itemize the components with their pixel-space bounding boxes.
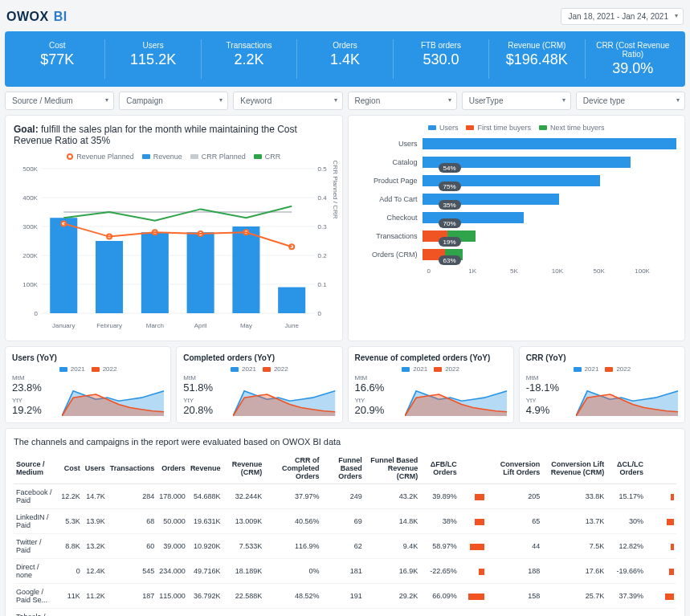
funnel-bar: 75%	[423, 175, 677, 186]
svg-text:300K: 300K	[22, 223, 38, 230]
svg-text:100K: 100K	[22, 281, 38, 288]
yoy-legend: 2021 2022	[12, 365, 164, 373]
kpi-banner: Cost $77K Users 115.2K Transactions 2.2K…	[5, 31, 685, 87]
kpi-value: 115.2K	[108, 51, 197, 68]
funnel-pct: 35%	[439, 200, 461, 210]
svg-rect-23	[278, 288, 305, 313]
goal-title: Goal: fulfill the sales plan for the mon…	[14, 124, 334, 146]
kpi-orders: Orders 1.4K	[297, 39, 393, 79]
table-col-header[interactable]: Source / Medium	[14, 453, 59, 484]
funnel-segment	[423, 138, 677, 149]
funnel-stage-label: Product Page	[357, 177, 423, 185]
date-range-text: Jan 18, 2021 - Jan 24, 2021	[568, 12, 668, 21]
svg-text:March: March	[146, 322, 164, 329]
filter-row: Source / MediumCampaignKeywordRegionUser…	[5, 92, 685, 110]
svg-text:400K: 400K	[22, 194, 38, 202]
funnel-rows: Users Catalog 54% Product Page 75% Add T…	[357, 138, 677, 260]
funnel-stage-row: Transactions 19%	[357, 230, 677, 242]
filter-region[interactable]: Region	[348, 92, 457, 110]
yoy-sparkline	[62, 374, 164, 416]
svg-text:0.1: 0.1	[318, 281, 328, 288]
filter-usertype[interactable]: UserType	[462, 92, 571, 110]
svg-rect-21	[187, 232, 214, 313]
legend-item: First time buyers	[466, 124, 531, 132]
funnel-legend: UsersFirst time buyersNext time buyers	[357, 124, 677, 132]
kpi-transactions: Transactions 2.2K	[202, 39, 297, 79]
table-col-header[interactable]: Funnel Based Revenue (CRM)	[365, 453, 421, 484]
svg-text:January: January	[52, 322, 75, 329]
funnel-stage-label: Users	[357, 140, 423, 148]
table-row[interactable]: Google / Paid Se...11K11.2K187 115.00036…	[14, 584, 676, 609]
svg-text:0.2: 0.2	[318, 252, 328, 259]
table-col-header[interactable]: Conversion Lift Revenue (CRM)	[542, 453, 606, 484]
table-row[interactable]: Taboola / Paid5.9K10.1K45 30.0007.391K4.…	[14, 609, 676, 617]
date-range-picker[interactable]: Jan 18, 2021 - Jan 24, 2021	[561, 8, 684, 25]
kpi-revenue-crm-: Revenue (CRM) $196.48K	[489, 39, 585, 79]
kpi-value: $77K	[13, 51, 101, 68]
channels-table: Source / MediumCostUsersTransactionsOrde…	[14, 453, 676, 616]
table-col-header[interactable]: Revenue (CRM)	[223, 453, 264, 484]
funnel-stage-row: Users	[357, 138, 677, 149]
table-col-header[interactable]: ΔCL/LC Orders	[606, 453, 646, 484]
table-row[interactable]: Twitter / Paid8.8K13.2K60 39.00010.920K7…	[14, 534, 676, 559]
brand-sub: BI	[54, 10, 67, 23]
table-col-header[interactable]: CRR of Completed Orders	[264, 453, 321, 484]
svg-text:0: 0	[34, 310, 38, 317]
table-col-header[interactable]: Orders	[157, 453, 188, 484]
legend-item: Revenue Planned	[67, 153, 134, 161]
filter-keyword[interactable]: Keyword	[233, 92, 342, 110]
funnel-bar: 63%	[423, 249, 677, 260]
table-col-header[interactable]: Users	[83, 453, 108, 484]
yoy-row: Users (YoY) 2021 2022 MtM23.8% YtY19.2%	[5, 346, 685, 423]
filter-source-medium[interactable]: Source / Medium	[5, 92, 114, 110]
table-col-header[interactable]: Funnel Based Orders	[321, 453, 364, 484]
table-col-header[interactable]	[459, 453, 487, 484]
filter-campaign[interactable]: Campaign	[119, 92, 228, 110]
goal-legend: Revenue PlannedRevenueCRR PlannedCRR	[14, 153, 334, 161]
table-col-header[interactable]	[646, 453, 676, 484]
table-col-header[interactable]: Transactions	[108, 453, 157, 484]
table-row[interactable]: Facebook / Paid12.2K14.7K284 178.00054.6…	[14, 484, 676, 509]
legend-item: Next time buyers	[539, 124, 605, 132]
svg-rect-22	[232, 226, 259, 313]
svg-rect-19	[96, 241, 123, 313]
yoy-legend: 2021 2022	[526, 365, 678, 373]
table-col-header[interactable]: Conversion Lift Orders	[487, 453, 542, 484]
funnel-stage-label: Orders (CRM)	[357, 251, 423, 259]
yoy-sparkline	[405, 374, 507, 416]
table-row[interactable]: LinkedIN / Paid5.3K13.9K68 50.00019.631K…	[14, 509, 676, 534]
table-col-header[interactable]: Cost	[59, 453, 83, 484]
table-heading: The channels and campaigns in the report…	[14, 437, 676, 447]
funnel-stage-row: Add To Cart 35%	[357, 194, 677, 205]
kpi-label: FTB orders	[397, 41, 485, 50]
legend-item: Revenue	[142, 153, 182, 161]
goal-chart: 0100K200K300K400K500K00.10.20.30.40.5Jan…	[14, 164, 334, 332]
kpi-label: Users	[108, 41, 197, 50]
table-row[interactable]: Direct / none012.4K545 234.00049.716K18.…	[14, 559, 676, 584]
brand-name: OWOX	[6, 10, 49, 23]
funnel-pct: 54%	[439, 163, 461, 173]
yoy-numbers: MtM-18.1% YtY4.9%	[526, 374, 573, 419]
svg-text:500K: 500K	[22, 165, 38, 173]
yoy-title: Completed orders (YoY)	[183, 353, 335, 362]
svg-text:0.4: 0.4	[318, 194, 328, 202]
table-col-header[interactable]: Revenue	[188, 453, 223, 484]
svg-text:May: May	[240, 322, 252, 329]
brand-logo: OWOXBI	[6, 10, 67, 24]
funnel-stage-row: Orders (CRM) 63%	[357, 249, 677, 260]
funnel-bar: 35%	[423, 194, 677, 205]
funnel-x-axis: 01K5K10K50K100K	[427, 267, 677, 275]
funnel-bar	[423, 138, 677, 149]
funnel-stage-label: Add To Cart	[357, 195, 423, 203]
kpi-label: Cost	[13, 41, 101, 50]
funnel-stage-row: Checkout 70%	[357, 212, 677, 223]
goal-text: fulfill the sales plan for the month whi…	[14, 124, 297, 146]
kpi-label: Revenue (CRM)	[492, 41, 581, 50]
table-col-header[interactable]: ΔFB/LC Orders	[420, 453, 459, 484]
filter-device-type[interactable]: Device type	[576, 92, 685, 110]
svg-text:0.3: 0.3	[318, 223, 328, 230]
funnel-stage-row: Product Page 75%	[357, 175, 677, 186]
channels-table-card: The channels and campaigns in the report…	[5, 428, 685, 616]
funnel-bar: 54%	[423, 157, 677, 168]
svg-rect-18	[50, 218, 77, 313]
